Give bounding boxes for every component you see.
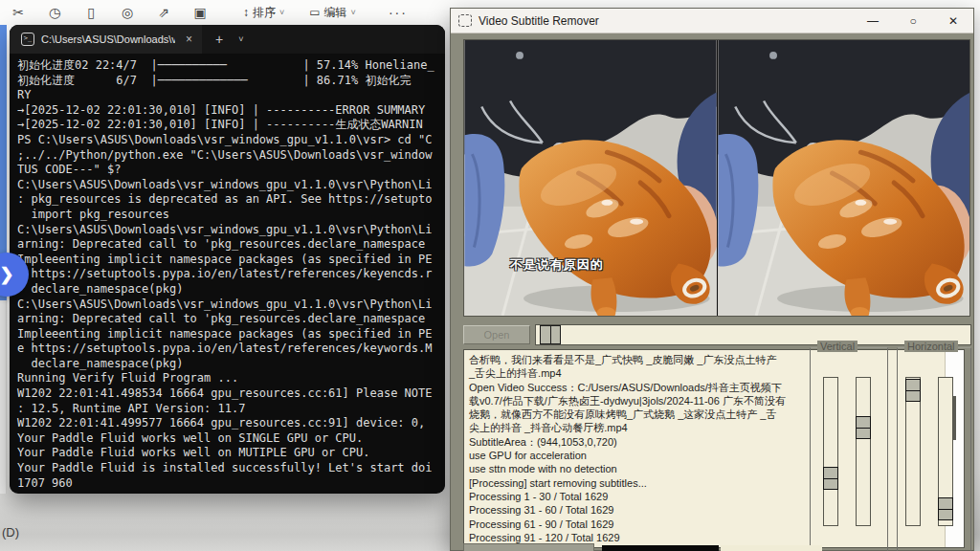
minimize-button[interactable]: — xyxy=(853,9,893,33)
chevron-down-icon: ˅ xyxy=(279,8,284,17)
terminal-line: RY xyxy=(17,88,437,103)
compass-icon[interactable]: ◎ xyxy=(109,5,145,20)
terminal-tab-bar: >_ C:\Users\ASUS\Downloads\vsr × + ˅ xyxy=(10,25,445,54)
vsr-window: Video Subtitle Remover — ○ ✕ 不是说有原因的 Ope… xyxy=(450,8,974,551)
slider-handle[interactable] xyxy=(905,379,921,402)
terminal-line: W1202 22:01:41.499577 16664 gpu_resource… xyxy=(17,416,437,431)
terminal-line: Impleeenting implicit namespace packages… xyxy=(17,253,437,268)
seek-handle[interactable] xyxy=(540,325,561,344)
maximize-button[interactable]: ○ xyxy=(893,9,933,33)
vsr-title-bar[interactable]: Video Subtitle Remover — ○ ✕ xyxy=(451,9,973,33)
terminal-line: C:\Users\ASUS\Downloads\vsr_windows_gpu_… xyxy=(17,223,437,238)
terminal-tab-title: C:\Users\ASUS\Downloads\vsr xyxy=(41,33,175,45)
duck-image xyxy=(718,40,970,316)
more-button[interactable]: ··· xyxy=(389,5,408,20)
terminal-window: >_ C:\Users\ASUS\Downloads\vsr × + ˅ 初始化… xyxy=(10,25,445,494)
edit-label: 编辑 xyxy=(324,5,347,21)
terminal-line: Running Verify Fluid Program ... xyxy=(17,371,437,386)
chevron-down-icon: ˅ xyxy=(351,8,356,17)
terminal-output[interactable]: 初始化进度02 22:4/7 |────────── | 57.14% Hone… xyxy=(10,54,445,492)
edit-menu[interactable]: ▭ 编辑 ˅ xyxy=(309,5,356,21)
vertical-slider-max[interactable] xyxy=(856,377,871,526)
log-panel: 合析鸭，我们来看看是不是_广式快鸭 _皮脆同嫩 _广东没点土特产_舌尖上的抖音.… xyxy=(463,349,965,548)
scissors-icon[interactable]: ✂ xyxy=(0,5,36,20)
terminal-line: 初始化进度02 22:4/7 |────────── | 57.14% Hone… xyxy=(17,58,437,74)
burned-subtitle-text: 不是说有原因的 xyxy=(464,256,650,274)
horizontal-slider-min[interactable] xyxy=(905,377,921,526)
new-tab-button[interactable]: + xyxy=(215,32,223,47)
terminal-line: arning: Deprecated call to 'pkg_resource… xyxy=(17,237,437,253)
vertical-slider-min[interactable] xyxy=(823,377,838,526)
terminal-line: ;../../Python/python.exe "C:\Users\ASUS\… xyxy=(17,148,437,164)
duck-image xyxy=(464,40,717,316)
terminal-line: Impleeenting implicit namespace packages… xyxy=(17,327,437,342)
close-tab-icon[interactable]: × xyxy=(186,33,192,46)
terminal-line: declare_namespace(pkg) xyxy=(17,282,437,298)
vertical-group: Vertical xyxy=(810,347,888,551)
vertical-group-label: Vertical xyxy=(817,341,858,352)
video-preview: 不是说有原因的 xyxy=(463,39,970,317)
bottom-progress-light xyxy=(721,545,822,551)
terminal-line: : 12.5, Runtime API Version: 11.7 xyxy=(17,402,437,417)
horizontal-group-label: Horizontal xyxy=(904,341,958,352)
terminal-line: 初始化进度 6/7 |───────────── | 86.71% 初始化完 xyxy=(17,74,437,89)
left-scroll-column[interactable] xyxy=(0,300,7,494)
terminal-line: Your Paddle Fluid is installed successfu… xyxy=(17,461,437,476)
panel-icon[interactable]: ▯ xyxy=(73,5,109,20)
sort-icon: ↕ xyxy=(243,6,249,19)
terminal-line: C:\Users\ASUS\Downloads\vsr_windows_gpu_… xyxy=(17,178,437,193)
edit-icon: ▭ xyxy=(309,6,320,19)
terminal-line: Your Paddle Fluid works well on MUTIPLE … xyxy=(17,446,437,461)
terminal-line: 1707 960 xyxy=(17,476,437,492)
tab-dropdown-icon[interactable]: ˅ xyxy=(238,34,243,44)
slider-handle[interactable] xyxy=(938,497,953,520)
window-title: Video Subtitle Remover xyxy=(479,14,599,28)
video-frame-processed xyxy=(718,40,970,316)
terminal-line: Your Paddle Fluid works well on SINGLE G… xyxy=(17,431,437,447)
app-icon xyxy=(458,14,472,27)
terminal-line: : pkg_resources is deprecated as an API.… xyxy=(17,192,437,208)
chevron-right-icon: ❯ xyxy=(0,264,14,285)
sort-menu[interactable]: ↕ 排序 ˅ xyxy=(243,5,284,21)
bottom-progress-dark xyxy=(602,545,719,551)
terminal-line: →[2025-12-02 22:01:30,010] [INFO] | ----… xyxy=(17,103,437,119)
sort-label: 排序 xyxy=(253,5,276,21)
corner-label: (D) xyxy=(2,525,19,540)
open-video-button[interactable]: Open xyxy=(463,325,530,344)
terminal-line: import pkg_resources xyxy=(17,208,437,223)
terminal-line: arning: Deprecated call to 'pkg_resource… xyxy=(17,312,437,327)
slider-handle[interactable] xyxy=(823,467,838,490)
terminal-line: e https://setuptools.pypa.io/en/latest/r… xyxy=(17,267,437,282)
terminal-line: TUS CODE---" $? xyxy=(17,163,437,178)
terminal-line: C:\Users\ASUS\Downloads\vsr_windows_gpu_… xyxy=(17,298,437,313)
tag-icon[interactable]: ▣ xyxy=(182,5,218,20)
terminal-icon: >_ xyxy=(21,33,34,46)
video-frame-original: 不是说有原因的 xyxy=(464,40,717,316)
terminal-line: e https://setuptools.pypa.io/en/latest/r… xyxy=(17,342,437,357)
run-button-cutoff[interactable] xyxy=(463,543,594,551)
horizontal-group: Horizontal xyxy=(897,347,971,551)
horizontal-slider-max[interactable] xyxy=(938,377,953,526)
terminal-line: →[2025-12-02 22:01:30,010] [INFO] | ----… xyxy=(17,118,437,133)
terminal-line: PS C:\Users\ASUS\Downloads\vsr_windows_g… xyxy=(17,133,437,148)
terminal-line: declare_namespace(pkg) xyxy=(17,357,437,372)
terminal-line: W1202 22:01:41.498534 16664 gpu_resource… xyxy=(17,386,437,402)
chart-icon[interactable]: ⇗ xyxy=(145,5,182,20)
clock-icon[interactable]: ◷ xyxy=(36,5,73,20)
slider-handle[interactable] xyxy=(856,416,871,439)
terminal-tab[interactable]: >_ C:\Users\ASUS\Downloads\vsr × xyxy=(10,25,202,54)
close-button[interactable]: ✕ xyxy=(933,9,973,33)
